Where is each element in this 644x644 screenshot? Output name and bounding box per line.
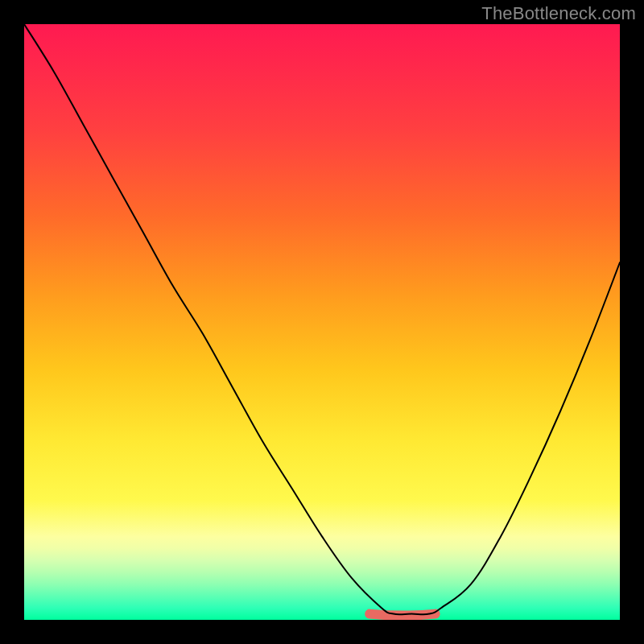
plot-area bbox=[24, 24, 620, 620]
watermark-text: TheBottleneck.com bbox=[481, 3, 636, 24]
chart-svg bbox=[24, 24, 620, 620]
bottleneck-curve bbox=[24, 24, 620, 614]
chart-frame: TheBottleneck.com bbox=[0, 0, 644, 644]
